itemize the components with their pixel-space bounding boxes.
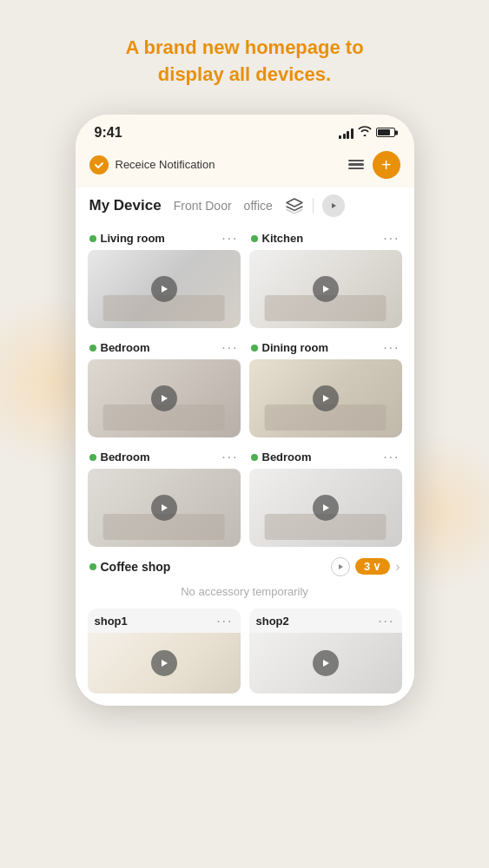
camera-play-button[interactable] xyxy=(151,276,177,302)
camera-more-icon[interactable]: ··· xyxy=(221,450,238,465)
camera-card: Bedroom ··· xyxy=(88,337,241,437)
notification-bar: Receice Notification + xyxy=(76,146,414,187)
camera-thumbnail[interactable] xyxy=(88,469,241,547)
wifi-icon xyxy=(358,126,372,139)
coffee-shop-label: Coffee shop xyxy=(101,560,171,574)
shop-header: shop1 ··· xyxy=(88,608,241,633)
shop-play-button[interactable] xyxy=(151,650,177,676)
camera-thumbnail[interactable] xyxy=(88,250,241,328)
add-button[interactable]: + xyxy=(373,151,400,179)
camera-name-row: Kitchen xyxy=(251,232,304,245)
camera-name-row: Bedroom xyxy=(89,450,150,464)
shop-name: shop2 xyxy=(256,615,289,628)
camera-card: Bedroom ··· xyxy=(88,446,241,547)
coffee-actions: 3 ∨ › xyxy=(331,557,400,576)
svg-marker-9 xyxy=(323,660,329,667)
tab-front-door[interactable]: Front Door xyxy=(174,199,232,213)
camera-card: Kitchen ··· xyxy=(249,227,402,328)
camera-play-button[interactable] xyxy=(313,385,339,411)
camera-name-row: Bedroom xyxy=(251,450,312,464)
coffee-shop-header: Coffee shop 3 ∨ › xyxy=(88,554,402,582)
camera-name-row: Dining room xyxy=(251,341,329,354)
camera-play-button[interactable] xyxy=(313,495,339,521)
coffee-shop-section: Coffee shop 3 ∨ › No accessory temporari… xyxy=(76,547,414,605)
camera-header: Bedroom ··· xyxy=(88,337,241,359)
camera-play-button[interactable] xyxy=(313,276,339,302)
camera-more-icon[interactable]: ··· xyxy=(383,340,400,356)
shop-card: shop2 ··· xyxy=(249,608,402,694)
camera-status-dot xyxy=(89,454,96,461)
camera-name: Kitchen xyxy=(262,232,304,245)
camera-name: Bedroom xyxy=(101,450,150,464)
camera-status-dot xyxy=(251,235,258,242)
badge-chevron-down-icon: ∨ xyxy=(373,560,381,573)
svg-marker-2 xyxy=(323,286,329,293)
shop-name: shop1 xyxy=(95,615,128,628)
coffee-chevron-right-icon[interactable]: › xyxy=(395,559,400,575)
notification-actions: + xyxy=(348,151,400,179)
svg-marker-5 xyxy=(162,504,168,511)
status-bar: 9:41 xyxy=(76,115,414,146)
camera-name: Living room xyxy=(101,232,165,245)
camera-grid: Living room ··· Kitchen ··· xyxy=(76,222,414,547)
shop-card: shop1 ··· xyxy=(88,608,241,694)
camera-status-dot xyxy=(251,345,258,352)
status-time: 9:41 xyxy=(95,125,122,141)
notification-left: Receice Notification xyxy=(89,155,215,174)
page-headline: A brand new homepage to display all devi… xyxy=(125,35,363,89)
camera-thumbnail[interactable] xyxy=(249,250,402,328)
camera-status-dot xyxy=(251,454,258,461)
camera-play-button[interactable] xyxy=(151,495,177,521)
svg-marker-8 xyxy=(162,660,168,667)
camera-header: Dining room ··· xyxy=(249,337,402,359)
camera-status-dot xyxy=(89,345,96,352)
layers-icon[interactable] xyxy=(285,196,304,215)
camera-thumbnail[interactable] xyxy=(88,359,241,437)
coffee-play-button[interactable] xyxy=(331,557,350,576)
coffee-status-dot xyxy=(89,563,96,570)
coffee-count-badge[interactable]: 3 ∨ xyxy=(355,558,390,575)
shop-more-icon[interactable]: ··· xyxy=(378,614,394,629)
headline-line1: A brand new homepage to xyxy=(125,36,363,58)
shop-more-icon[interactable]: ··· xyxy=(216,614,233,629)
camera-header: Bedroom ··· xyxy=(249,446,402,469)
camera-play-button[interactable] xyxy=(151,385,177,411)
notification-check-icon xyxy=(89,155,109,174)
camera-more-icon[interactable]: ··· xyxy=(383,450,400,465)
camera-card: Bedroom ··· xyxy=(249,446,402,547)
camera-card: Living room ··· xyxy=(88,227,241,328)
camera-status-dot xyxy=(89,235,96,242)
menu-icon[interactable] xyxy=(348,160,364,170)
tab-my-device[interactable]: My Device xyxy=(89,197,162,214)
camera-name: Bedroom xyxy=(262,450,312,464)
shop-header: shop2 ··· xyxy=(249,608,402,633)
camera-header: Kitchen ··· xyxy=(249,227,402,250)
camera-more-icon[interactable]: ··· xyxy=(221,340,238,356)
notification-label: Receice Notification xyxy=(116,158,215,171)
tab-divider xyxy=(313,198,314,214)
camera-card: Dining room ··· xyxy=(249,337,402,437)
camera-name: Bedroom xyxy=(101,341,150,354)
shop-thumbnail[interactable] xyxy=(249,633,402,694)
shop-thumbnail[interactable] xyxy=(88,633,241,694)
headline-line2: display all devices. xyxy=(158,63,331,85)
signal-icon xyxy=(339,127,354,139)
camera-thumbnail[interactable] xyxy=(249,469,402,547)
camera-thumbnail[interactable] xyxy=(249,359,402,437)
camera-name: Dining room xyxy=(262,341,329,354)
camera-name-row: Bedroom xyxy=(89,341,150,354)
camera-header: Living room ··· xyxy=(88,227,241,250)
phone-frame: 9:41 xyxy=(76,115,414,706)
camera-more-icon[interactable]: ··· xyxy=(221,231,238,247)
camera-more-icon[interactable]: ··· xyxy=(383,231,400,247)
svg-marker-1 xyxy=(162,286,168,293)
tab-icons xyxy=(285,194,345,217)
coffee-shop-name: Coffee shop xyxy=(89,560,171,574)
coffee-count: 3 xyxy=(364,560,370,573)
svg-marker-7 xyxy=(339,564,343,569)
tab-office[interactable]: office xyxy=(244,199,273,213)
camera-header: Bedroom ··· xyxy=(88,446,241,469)
tab-play-button[interactable] xyxy=(322,194,345,217)
no-accessory-text: No accessory temporarily xyxy=(88,582,402,605)
shop-play-button[interactable] xyxy=(313,650,339,676)
